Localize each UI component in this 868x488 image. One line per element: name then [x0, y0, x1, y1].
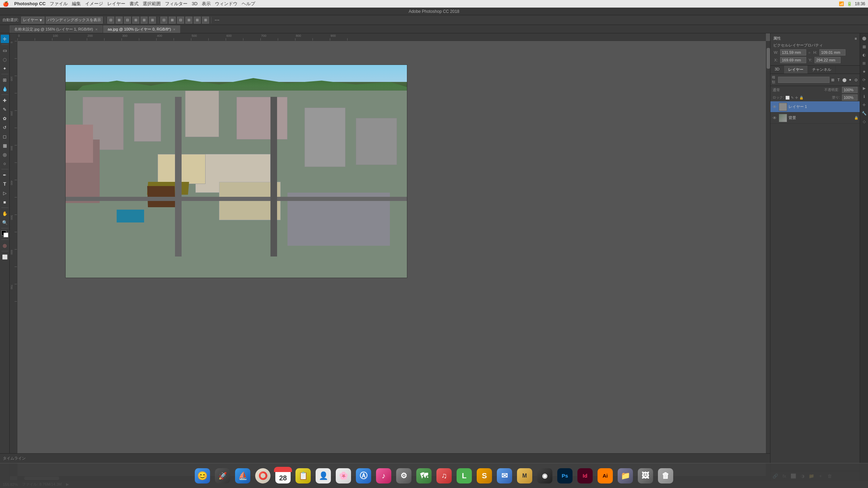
dock-appstore[interactable]: Ⓐ [354, 467, 373, 485]
tool-pen[interactable]: ✒ [1, 171, 9, 179]
dock-folder[interactable]: 📁 [616, 467, 634, 485]
tool-screenmode[interactable]: ⬜ [1, 253, 9, 261]
ri-actions-icon[interactable]: ▶ [861, 85, 868, 92]
layer-opacity-input[interactable] [842, 87, 858, 93]
tool-gradient[interactable]: ▦ [1, 141, 9, 150]
dock-contacts[interactable]: 👤 [314, 467, 332, 485]
layers-search-input[interactable] [778, 77, 829, 83]
tab-close-1[interactable]: ✕ [95, 28, 98, 31]
dock-illustrator[interactable]: Ai [596, 467, 614, 485]
tool-marquee[interactable]: ▭ [1, 46, 9, 54]
ri-info-icon[interactable]: ℹ [861, 93, 868, 100]
menu-filter[interactable]: フィルター [165, 1, 187, 7]
distribute-top-btn[interactable]: ⊞ [185, 17, 192, 24]
layer-bg-vis[interactable]: 👁 [772, 115, 777, 121]
layers-tab-layers[interactable]: レイヤー [784, 66, 808, 74]
layers-toolbar-color[interactable]: ⬤ [842, 77, 847, 83]
layers-tab-3d[interactable]: 3D [770, 66, 784, 74]
ri-camera-icon[interactable]: 🔧 [861, 110, 868, 117]
tool-crop[interactable]: ⊞ [1, 76, 9, 84]
props-menu-icon[interactable]: ≡ [855, 36, 857, 41]
dock-mail[interactable]: ✉ [495, 467, 514, 485]
tool-quickmask[interactable]: ◎ [1, 241, 9, 250]
dock-keynote[interactable]: S [475, 467, 493, 485]
props-header[interactable]: 属性 ≡ [772, 35, 858, 42]
dock-launchpad[interactable]: 🚀 [214, 467, 232, 485]
distribute-bottom-btn[interactable]: ⊞ [202, 17, 209, 24]
props-h-input[interactable] [819, 49, 845, 56]
canvas-area[interactable]: 0100200300400500600700800900 01002003004… [10, 33, 770, 480]
dock-mamp[interactable]: M [516, 467, 534, 485]
layer-item-bg[interactable]: 👁 背景 🔒 [770, 112, 860, 124]
dock-chrome[interactable]: ⭕ [254, 467, 272, 485]
dock-finder[interactable]: 😊 [193, 467, 211, 485]
menu-edit[interactable]: 編集 [72, 1, 81, 7]
tool-blur[interactable]: ◎ [1, 150, 9, 159]
ri-color-icon[interactable]: ⬤ [861, 35, 868, 42]
menu-window[interactable]: ウィンドウ [215, 1, 237, 7]
align-top-btn[interactable]: ⊞ [132, 17, 139, 24]
menu-view[interactable]: 表示 [202, 1, 211, 7]
dock-calendar[interactable]: 28 [274, 467, 292, 485]
dock-music[interactable]: ♫ [435, 467, 453, 485]
ri-gradient-icon[interactable]: ◐ [861, 51, 868, 58]
align-left-btn[interactable]: ⊟ [107, 17, 114, 24]
tool-eyedropper[interactable]: 💧 [1, 85, 9, 93]
dock-cinema4d[interactable]: ◉ [536, 467, 554, 485]
tab-file1[interactable]: 名称未設定.jpg @ 156% (レイヤー 1, RGB/8#) ✕ [10, 25, 102, 33]
props-link-icon[interactable]: ○ [808, 51, 811, 54]
lock-position-icon[interactable]: ✛ [795, 96, 798, 100]
ri-patterns-icon[interactable]: ⊞ [861, 60, 868, 67]
tool-eraser[interactable]: ◻ [1, 132, 9, 141]
ri-transform-icon[interactable]: ✛ [861, 101, 868, 108]
menu-select[interactable]: 選択範囲 [143, 1, 161, 7]
dock-maps[interactable]: 🗺 [415, 467, 433, 485]
ri-swatches-icon[interactable]: ▦ [861, 43, 868, 50]
tool-zoom[interactable]: 🔍 [1, 218, 9, 227]
layers-toolbar-effect[interactable]: ✦ [848, 77, 853, 83]
tool-dodge[interactable]: ○ [1, 159, 9, 168]
dock-photos[interactable]: 🌸 [334, 467, 352, 485]
dock-trash[interactable]: 🗑 [657, 467, 675, 485]
tool-background[interactable] [3, 233, 8, 237]
tool-brush[interactable]: ✎ [1, 105, 9, 113]
layers-toolbar-adj[interactable]: T [836, 77, 841, 83]
layers-tab-channels[interactable]: チャンネル [808, 66, 836, 74]
menu-type[interactable]: 書式 [130, 1, 139, 7]
props-y-input[interactable] [815, 57, 841, 63]
tab-file2[interactable]: aa.jpg @ 100% (レイヤー 0, RGB/8*) ✕ [103, 25, 180, 33]
lock-transparent-icon[interactable]: ⬜ [785, 96, 790, 100]
tool-shape[interactable]: ■ [1, 198, 9, 206]
align-center-v-btn[interactable]: ⊞ [141, 17, 148, 24]
tool-heal[interactable]: ✚ [1, 96, 9, 104]
dock-indesign[interactable]: Id [576, 467, 594, 485]
dock-itunes[interactable]: ♪ [375, 467, 393, 485]
dock-notes[interactable]: 📋 [294, 467, 312, 485]
tool-magic-wand[interactable]: ✦ [1, 64, 9, 73]
lock-all-icon[interactable]: 🔒 [799, 96, 803, 100]
align-center-h-btn[interactable]: ⊠ [116, 17, 123, 24]
layers-toolbar-mode[interactable]: ⊙ [853, 77, 858, 83]
tool-move[interactable]: ✛ [1, 35, 9, 43]
menu-layer[interactable]: レイヤー [107, 1, 125, 7]
layer-1-vis[interactable]: 👁 [772, 104, 777, 110]
tool-history-brush[interactable]: ↺ [1, 123, 9, 132]
ri-history-icon[interactable]: ⟳ [861, 76, 868, 83]
tool-stamp[interactable]: ✿ [1, 114, 9, 123]
lock-paint-icon[interactable]: ✎ [791, 96, 794, 100]
layer-item-1[interactable]: 👁 レイヤー 1 [770, 101, 860, 112]
layers-toolbar-type[interactable]: ⊞ [831, 77, 835, 83]
props-w-input[interactable] [780, 49, 806, 56]
canvas-vscroll[interactable] [766, 41, 770, 476]
distribute-left-btn[interactable]: ⊟ [160, 17, 167, 24]
fill-input[interactable] [842, 94, 858, 101]
dock-preview[interactable]: 🖼 [636, 467, 654, 485]
apple-menu[interactable]: 🍎 [3, 1, 9, 7]
tool-path-select[interactable]: ▷ [1, 189, 9, 197]
align-right-btn[interactable]: ⊟ [124, 17, 131, 24]
distribute-right-btn[interactable]: ⊟ [177, 17, 184, 24]
tool-lasso[interactable]: ◌ [1, 55, 9, 64]
ri-3d-icon[interactable]: ◇ [861, 118, 868, 125]
distribute-h-btn[interactable]: ⊠ [169, 17, 176, 24]
dock-photoshop[interactable]: Ps [556, 467, 574, 485]
